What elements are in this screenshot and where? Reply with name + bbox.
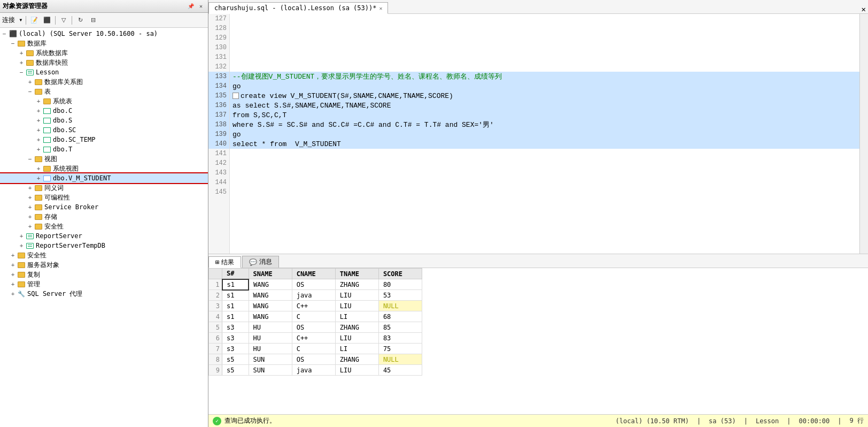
s#-cell[interactable]: s1 [222, 290, 249, 301]
s#-cell[interactable]: s3 [222, 344, 249, 354]
tree-expander-db-diagrams[interactable]: + [26, 78, 34, 86]
collapse-button[interactable]: ⊟ [87, 14, 99, 26]
tree-expander-system-dbs[interactable]: + [17, 49, 26, 57]
tree-expander-synonyms[interactable]: + [26, 184, 34, 192]
cname-cell[interactable]: OS [292, 354, 335, 365]
tree-item-dbo-c[interactable]: +dbo.C [0, 106, 208, 116]
cname-cell[interactable]: C [292, 344, 335, 354]
tree-expander-management[interactable]: + [9, 280, 17, 288]
sname-cell[interactable]: HU [249, 333, 292, 344]
tree-item-sql-agent[interactable]: +🔧SQL Server 代理 [0, 289, 208, 299]
tree-item-system-views[interactable]: +系统视图 [0, 164, 208, 173]
tname-cell[interactable]: LIU [335, 333, 378, 344]
score-cell[interactable]: 45 [378, 365, 422, 376]
tree-item-security-top[interactable]: +安全性 [0, 250, 208, 260]
sname-cell[interactable]: SUN [249, 365, 292, 376]
tree-item-system-dbs[interactable]: +系统数据库 [0, 48, 208, 58]
tree-item-report-server-temp[interactable]: +ReportServerTempDB [0, 241, 208, 250]
score-cell[interactable]: NULL [378, 354, 422, 365]
code-content[interactable]: --创建视图V_M_STUDENT，要求显示男学生的学号、姓名、课程名、教师名、… [230, 14, 859, 254]
tree-expander-sql-agent[interactable]: + [9, 289, 17, 298]
sname-cell[interactable]: WANG [249, 301, 292, 311]
sname-cell[interactable]: SUN [249, 354, 292, 365]
tree-expander-dbo-s[interactable]: + [34, 116, 43, 125]
sname-cell[interactable]: HU [249, 344, 292, 354]
tree-item-dbo-t[interactable]: +dbo.T [0, 144, 208, 154]
results-tab-messages[interactable]: 💬 消息 [242, 256, 279, 268]
s#-cell[interactable]: s1 [222, 311, 249, 322]
tree-item-synonyms[interactable]: +同义词 [0, 183, 208, 193]
tree-expander-programmability[interactable]: + [26, 193, 34, 202]
tree-item-server-objects[interactable]: +服务器对象 [0, 260, 208, 270]
cname-cell[interactable]: C++ [292, 333, 335, 344]
score-cell[interactable]: 85 [378, 322, 422, 333]
tname-cell[interactable]: LIU [335, 301, 378, 311]
tree-item-lesson[interactable]: −Lesson [0, 67, 208, 77]
tree-item-dbo-sc[interactable]: +dbo.SC [0, 125, 208, 135]
s#-cell[interactable]: s3 [222, 322, 249, 333]
s#-cell[interactable]: s5 [222, 354, 249, 365]
tree-item-dbo-sc-temp[interactable]: +dbo.SC_TEMP [0, 135, 208, 144]
tree-item-db-snapshots[interactable]: +数据库快照 [0, 58, 208, 67]
tree-expander-db-snapshots[interactable]: + [17, 58, 26, 67]
vertical-scrollbar[interactable] [859, 14, 868, 254]
tree-expander-security[interactable]: + [26, 222, 34, 231]
tree-expander-storage[interactable]: + [26, 212, 34, 221]
tree-item-service-broker[interactable]: +Service Broker [0, 202, 208, 212]
tree-expander-report-server-temp[interactable]: + [17, 241, 26, 250]
sname-cell[interactable]: WANG [249, 311, 292, 322]
tree-expander-service-broker[interactable]: + [26, 203, 34, 211]
tree-item-db-diagrams[interactable]: +数据库关系图 [0, 77, 208, 87]
tname-cell[interactable]: LIU [335, 365, 378, 376]
tree-expander-report-server[interactable]: + [17, 232, 26, 240]
close-panel-icon[interactable]: ✕ [197, 2, 205, 11]
cname-cell[interactable]: C [292, 311, 335, 322]
tname-cell[interactable]: ZHANG [335, 279, 378, 290]
tree-item-server[interactable]: −⬛(local) (SQL Server 10.50.1600 - sa) [0, 29, 208, 39]
tree-expander-replication[interactable]: + [9, 270, 17, 279]
tree-item-storage[interactable]: +存储 [0, 212, 208, 222]
refresh-button[interactable]: ↻ [74, 14, 86, 26]
tree-item-databases[interactable]: −数据库 [0, 39, 208, 48]
score-cell[interactable]: 68 [378, 311, 422, 322]
score-cell[interactable]: 80 [378, 279, 422, 290]
tname-cell[interactable]: LIU [335, 290, 378, 301]
tree-item-security[interactable]: +安全性 [0, 222, 208, 231]
score-cell[interactable]: NULL [378, 301, 422, 311]
tname-cell[interactable]: LI [335, 344, 378, 354]
editor-tab-close[interactable]: ✕ [379, 5, 382, 11]
pin-icon[interactable]: 📌 [187, 2, 195, 11]
results-tab-results[interactable]: ⊞ 结果 [208, 256, 241, 268]
tree-expander-system-views[interactable]: + [34, 164, 43, 173]
tree-expander-dbo-c[interactable]: + [34, 106, 43, 115]
tree-item-tables[interactable]: −表 [0, 87, 208, 96]
new-query-button[interactable]: 📝 [28, 14, 40, 26]
s#-cell[interactable]: s3 [222, 333, 249, 344]
tree-expander-tables[interactable]: − [26, 87, 34, 96]
tree-item-replication[interactable]: +复制 [0, 270, 208, 279]
tree-item-dbo-vm-student[interactable]: +dbo.V_M_STUDENT [0, 173, 208, 183]
tree-expander-dbo-sc-temp[interactable]: + [34, 135, 43, 144]
tree-expander-system-tables[interactable]: + [34, 97, 43, 105]
tree-expander-databases[interactable]: − [9, 39, 17, 48]
tree-expander-dbo-t[interactable]: + [34, 145, 43, 154]
tree-item-views[interactable]: −视图 [0, 154, 208, 164]
cname-cell[interactable]: java [292, 365, 335, 376]
sname-cell[interactable]: WANG [249, 290, 292, 301]
cname-cell[interactable]: java [292, 290, 335, 301]
tree-expander-server[interactable]: − [0, 29, 9, 38]
sname-cell[interactable]: HU [249, 322, 292, 333]
cname-cell[interactable]: OS [292, 279, 335, 290]
editor-tab[interactable]: charushuju.sql - (local).Lesson (sa (53)… [208, 2, 388, 14]
close-editor-icon[interactable]: ✕ [862, 5, 866, 13]
tree-item-report-server[interactable]: +ReportServer [0, 231, 208, 241]
sname-cell[interactable]: WANG [249, 279, 292, 290]
cname-cell[interactable]: OS [292, 322, 335, 333]
s#-cell[interactable]: s1 [222, 279, 249, 290]
tree-expander-server-objects[interactable]: + [9, 261, 17, 269]
tree-item-management[interactable]: +管理 [0, 279, 208, 289]
score-cell[interactable]: 75 [378, 344, 422, 354]
tname-cell[interactable]: ZHANG [335, 354, 378, 365]
tree-expander-dbo-sc[interactable]: + [34, 126, 43, 134]
tree-expander-views[interactable]: − [26, 155, 34, 163]
